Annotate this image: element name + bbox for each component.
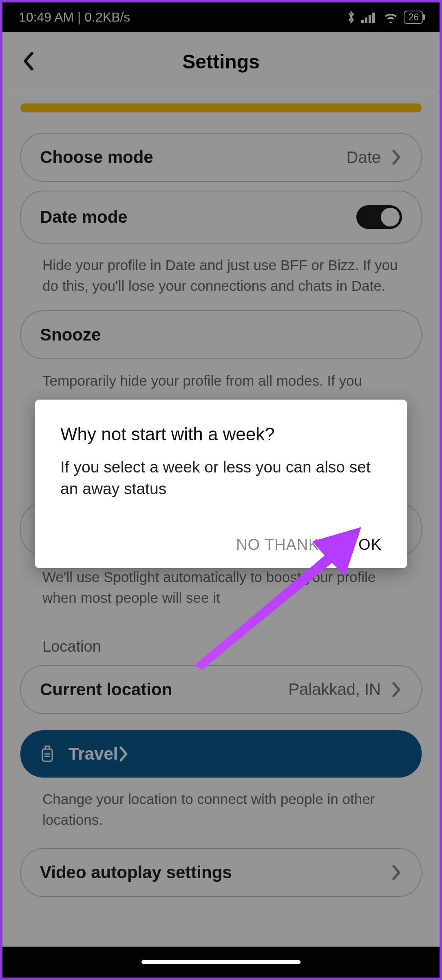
android-nav-bar xyxy=(2,947,440,978)
modal-overlay[interactable]: Why not start with a week? If you select… xyxy=(2,2,440,978)
screen-frame: 10:49 AM | 0.2KB/s 26 Settings xyxy=(0,0,442,980)
dialog-body: If you select a week or less you can als… xyxy=(60,457,382,499)
ok-button[interactable]: OK xyxy=(358,536,382,554)
snooze-week-dialog: Why not start with a week? If you select… xyxy=(35,400,407,568)
home-indicator[interactable] xyxy=(141,960,301,964)
dialog-title: Why not start with a week? xyxy=(60,424,382,444)
no-thanks-button[interactable]: NO THANKS xyxy=(236,536,330,554)
